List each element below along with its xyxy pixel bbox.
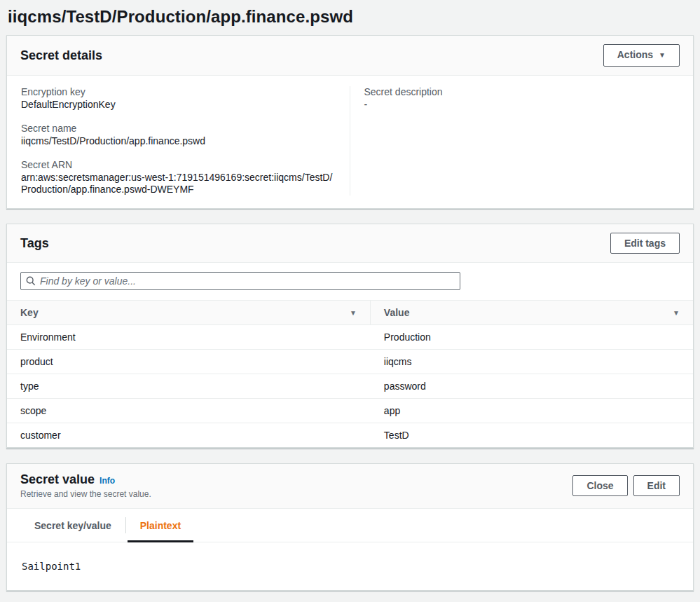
tags-title: Tags — [20, 236, 49, 251]
secret-value-card: Secret value Info Retrieve and view the … — [6, 463, 694, 591]
secret-details-body: Encryption key DefaultEncryptionKey Secr… — [7, 76, 693, 208]
details-right-column: Secret description - — [350, 86, 694, 196]
page-title: iiqcms/TestD/Production/app.finance.pswd — [6, 0, 694, 35]
table-row: customer TestD — [7, 423, 693, 448]
tags-card: Tags Edit tags Key ▼ Value ▼ — [6, 224, 694, 449]
search-icon — [26, 276, 36, 286]
tag-key: product — [7, 350, 371, 374]
table-row: type password — [7, 374, 693, 399]
close-button[interactable]: Close — [572, 475, 627, 496]
field-label: Secret name — [21, 123, 336, 135]
filter-caret-icon[interactable]: ▼ — [673, 309, 680, 317]
tag-key: scope — [7, 399, 371, 423]
tag-key: Environment — [7, 325, 371, 349]
field-value: iiqcms/TestD/Production/app.finance.pswd — [21, 135, 336, 147]
secret-details-card: Secret details Actions▼ Encryption key D… — [6, 35, 694, 209]
tag-value: iiqcms — [371, 350, 693, 374]
tag-value: password — [371, 374, 693, 398]
edit-tags-button[interactable]: Edit tags — [610, 233, 680, 254]
secret-value-tabs: Secret key/value Plaintext — [7, 509, 693, 542]
secret-value-header: Secret value Info Retrieve and view the … — [7, 464, 693, 509]
field-label: Secret ARN — [21, 159, 336, 171]
chevron-down-icon: ▼ — [659, 51, 666, 59]
encryption-key-field: Encryption key DefaultEncryptionKey — [21, 86, 336, 111]
field-value: arn:aws:secretsmanager:us-west-1:7191514… — [21, 172, 336, 196]
column-header-key[interactable]: Key ▼ — [7, 301, 371, 324]
tag-value: app — [371, 399, 693, 423]
details-left-column: Encryption key DefaultEncryptionKey Secr… — [7, 86, 350, 196]
field-value: DefaultEncryptionKey — [21, 99, 336, 111]
tags-header: Tags Edit tags — [7, 224, 693, 263]
tags-search-input[interactable] — [40, 275, 455, 287]
actions-button-label: Actions — [617, 49, 653, 60]
tag-key: customer — [7, 423, 371, 447]
secret-value-actions: Close Edit — [572, 475, 680, 496]
field-label: Encryption key — [21, 86, 336, 98]
tags-table-header: Key ▼ Value ▼ — [7, 300, 693, 325]
secret-details-header: Secret details Actions▼ — [7, 36, 693, 76]
table-row: Environment Production — [7, 325, 693, 350]
tag-value: TestD — [371, 423, 693, 447]
field-label: Secret description — [364, 86, 680, 98]
secret-description-field: Secret description - — [364, 86, 680, 111]
tag-key: type — [7, 374, 371, 398]
secret-value-title: Secret value — [20, 472, 95, 487]
tags-search-box[interactable] — [20, 272, 460, 290]
column-header-key-label: Key — [20, 307, 39, 318]
filter-caret-icon[interactable]: ▼ — [350, 309, 357, 317]
column-header-value[interactable]: Value ▼ — [371, 301, 693, 324]
tag-value: Production — [371, 325, 693, 349]
tab-plaintext[interactable]: Plaintext — [126, 509, 195, 542]
info-link[interactable]: Info — [99, 476, 115, 486]
field-value: - — [364, 99, 680, 111]
plaintext-value: Sailpoint1 — [7, 542, 693, 590]
secret-value-subtitle: Retrieve and view the secret value. — [20, 489, 151, 499]
secret-arn-field: Secret ARN arn:aws:secretsmanager:us-wes… — [21, 159, 336, 196]
page: iiqcms/TestD/Production/app.finance.pswd… — [0, 0, 700, 591]
column-header-value-label: Value — [384, 307, 410, 318]
table-row: product iiqcms — [7, 350, 693, 374]
tags-search-row — [7, 263, 693, 300]
table-row: scope app — [7, 399, 693, 423]
secret-value-heading-block: Secret value Info Retrieve and view the … — [20, 472, 151, 499]
secret-name-field: Secret name iiqcms/TestD/Production/app.… — [21, 123, 336, 147]
secret-details-title: Secret details — [20, 48, 102, 63]
tags-table: Key ▼ Value ▼ Environment Production pro… — [7, 300, 693, 448]
edit-button[interactable]: Edit — [633, 475, 680, 496]
tab-secret-key-value[interactable]: Secret key/value — [20, 509, 125, 542]
actions-button[interactable]: Actions▼ — [603, 44, 680, 67]
